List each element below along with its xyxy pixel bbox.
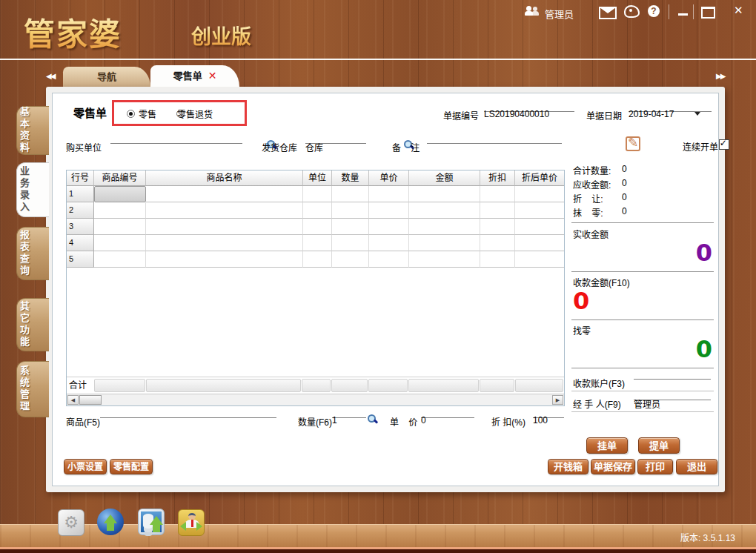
pickup-order-button[interactable]: 提单 (638, 437, 680, 454)
table-cell[interactable] (94, 251, 146, 268)
table-cell[interactable] (409, 186, 480, 202)
table-cell[interactable] (515, 251, 564, 268)
tab-close-icon[interactable]: ✕ (208, 70, 217, 82)
radio-retail[interactable] (127, 110, 135, 118)
warehouse-field[interactable]: 仓库 (305, 133, 366, 144)
print-button[interactable]: 打印 (637, 459, 673, 474)
quick-product-search-icon[interactable] (368, 414, 377, 424)
tab-scroll-left-icon[interactable]: ◀◀ (46, 72, 54, 80)
table-cell[interactable] (146, 202, 303, 219)
handler-field[interactable]: 管理员 (634, 389, 711, 400)
table-cell[interactable] (332, 202, 369, 219)
save-button[interactable]: 单据保存 (591, 459, 635, 474)
table-cell[interactable] (369, 251, 409, 268)
table-cell[interactable] (515, 186, 564, 202)
radio-retail-return-label[interactable]: 零售退货 (177, 107, 213, 120)
user-switch-icon[interactable] (178, 509, 205, 536)
help-icon[interactable]: ? (648, 5, 660, 17)
table-cell[interactable] (303, 202, 332, 219)
continuous-billing-label[interactable]: 连续开单 (683, 140, 718, 153)
horizontal-scrollbar[interactable]: ◀ ▶ (67, 394, 564, 405)
quick-product-field[interactable] (100, 407, 276, 418)
table-cell[interactable] (369, 186, 409, 202)
table-cell[interactable] (369, 219, 409, 235)
table-cell[interactable] (303, 251, 332, 268)
remark-field[interactable] (427, 133, 562, 144)
scroll-thumb[interactable] (79, 395, 102, 405)
row-number[interactable]: 1 (67, 186, 94, 202)
exit-button[interactable]: 退出 (676, 459, 717, 474)
tab-scroll-right-icon[interactable]: ▶▶ (716, 72, 724, 80)
sidebar-item-other-functions[interactable]: 其它功能 (16, 298, 49, 351)
doc-date-field[interactable]: 2019-04-17 (629, 101, 712, 112)
table-cell[interactable] (369, 202, 409, 219)
table-cell[interactable] (515, 202, 564, 219)
network-sync-icon[interactable] (97, 509, 124, 535)
scroll-right-icon[interactable]: ▶ (552, 395, 563, 405)
row-number[interactable]: 3 (67, 219, 94, 235)
sidebar-item-system-management[interactable]: 系统管理 (16, 361, 49, 417)
table-cell[interactable] (332, 219, 369, 235)
table-cell[interactable] (480, 202, 515, 219)
row-number[interactable]: 5 (67, 251, 94, 268)
table-cell[interactable] (515, 235, 564, 251)
tab-retail-order[interactable]: 零售单✕ (150, 65, 239, 87)
continuous-billing-checkbox[interactable] (719, 139, 729, 150)
table-cell[interactable] (409, 202, 480, 219)
col-header[interactable]: 行号 (67, 170, 94, 186)
table-cell[interactable] (303, 186, 332, 202)
col-header[interactable]: 折扣 (480, 170, 515, 186)
radio-retail-label[interactable]: 零售 (139, 107, 156, 120)
row-number[interactable]: 2 (67, 202, 94, 219)
hold-order-button[interactable]: 挂单 (586, 437, 628, 454)
table-cell[interactable] (515, 219, 564, 235)
col-header[interactable]: 单位 (303, 170, 332, 186)
current-user-label[interactable]: 管理员 (545, 7, 574, 21)
retail-config-button[interactable]: 零售配置 (110, 459, 153, 474)
sidebar-item-business-entry[interactable]: 业务录入 (16, 162, 49, 217)
payment-account-field[interactable] (634, 368, 711, 380)
weibo-icon[interactable] (624, 5, 640, 18)
edit-icon[interactable] (626, 136, 640, 151)
quick-discount-field[interactable]: 100 (533, 407, 564, 418)
table-cell[interactable] (146, 219, 303, 235)
table-cell[interactable] (303, 235, 332, 251)
scroll-left-icon[interactable]: ◀ (67, 395, 79, 405)
table-cell[interactable] (409, 251, 480, 268)
mail-icon[interactable] (599, 7, 617, 19)
sidebar-item-report-query[interactable]: 报表查询 (16, 227, 49, 280)
table-cell[interactable] (303, 219, 332, 235)
cash-drawer-button[interactable]: 开钱箱 (548, 459, 588, 474)
table-cell[interactable] (480, 219, 515, 235)
table-cell[interactable] (480, 235, 515, 251)
date-dropdown-icon[interactable] (694, 112, 700, 116)
close-button[interactable]: ✕ (734, 4, 743, 17)
quick-qty-field[interactable]: 1 (332, 407, 366, 418)
maximize-button[interactable] (701, 7, 715, 19)
selected-cell[interactable] (94, 186, 146, 202)
table-cell[interactable] (480, 251, 515, 268)
table-cell[interactable] (146, 186, 303, 202)
col-header[interactable]: 数量 (332, 170, 369, 186)
database-backup-icon[interactable] (138, 509, 165, 535)
table-cell[interactable] (369, 235, 409, 251)
col-header[interactable]: 折后单价 (515, 170, 564, 186)
doc-no-field[interactable]: LS20190400010 (484, 101, 574, 112)
table-cell[interactable] (409, 219, 480, 235)
tab-navigation[interactable]: 导航 (63, 67, 150, 87)
table-cell[interactable] (146, 251, 303, 268)
table-cell[interactable] (146, 235, 303, 251)
table-cell[interactable] (94, 202, 146, 219)
table-cell[interactable] (332, 235, 369, 251)
col-header[interactable]: 金额 (409, 170, 480, 186)
col-header[interactable]: 单价 (369, 170, 409, 186)
minimize-button[interactable] (678, 13, 688, 16)
table-cell[interactable] (332, 251, 369, 268)
table-cell[interactable] (480, 186, 515, 202)
col-header[interactable]: 商品编号 (94, 170, 146, 186)
table-cell[interactable] (94, 219, 146, 235)
table-cell[interactable] (332, 186, 369, 202)
receipt-settings-button[interactable]: 小票设置 (64, 459, 107, 474)
table-cell[interactable] (409, 235, 480, 251)
settings-icon[interactable]: ⚙ (58, 509, 84, 536)
